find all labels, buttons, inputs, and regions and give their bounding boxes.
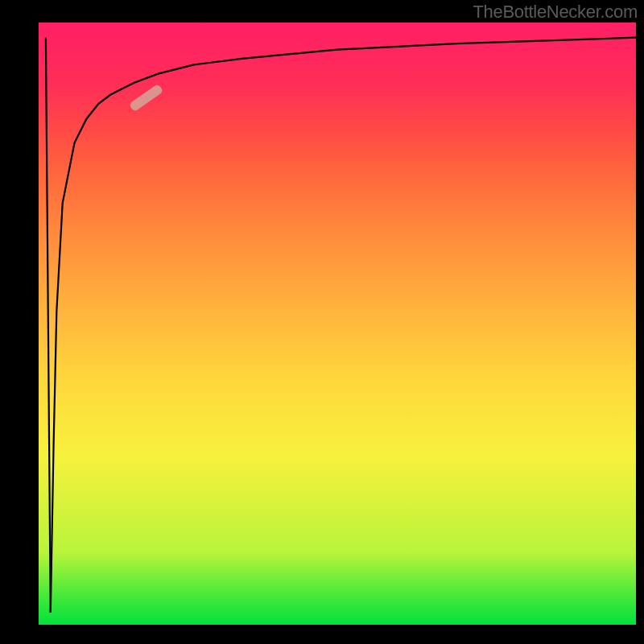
curve-layer — [39, 23, 636, 625]
plot-area — [39, 23, 636, 625]
axis-y-frame — [0, 0, 39, 644]
bottleneck-curve — [51, 38, 636, 613]
attribution-label: TheBottleNecker.com — [473, 2, 638, 23]
descending-edge — [46, 38, 51, 613]
chart-container: TheBottleNecker.com — [0, 0, 644, 644]
axis-x-frame — [0, 625, 644, 644]
current-position-marker — [129, 84, 163, 112]
